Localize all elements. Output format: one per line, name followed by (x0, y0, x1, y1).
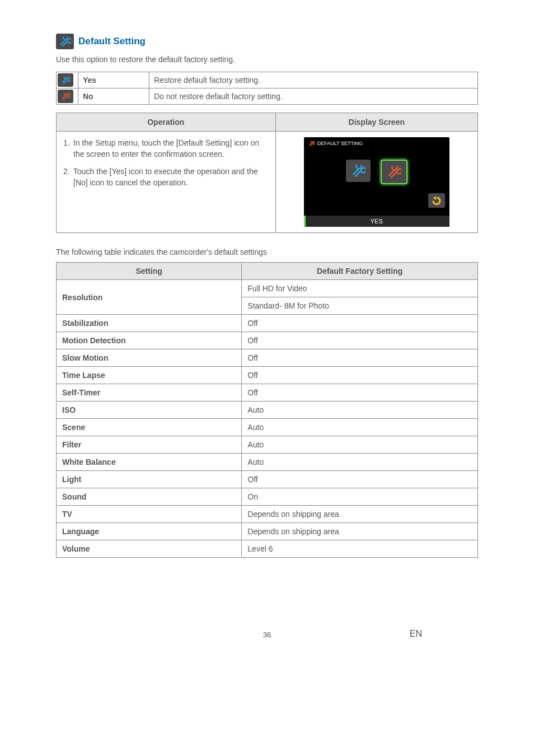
value-cell: Level 6 (242, 540, 478, 558)
no-option-icon[interactable] (381, 160, 407, 184)
value-cell: On (242, 488, 478, 506)
setting-cell: Language (57, 523, 242, 540)
display-header: Display Screen (275, 113, 477, 132)
section-heading: Default Setting (56, 34, 478, 49)
setting-cell: ISO (57, 402, 242, 419)
wrench-icon (58, 73, 73, 87)
setting-cell: Slow Motion (57, 349, 242, 367)
default-header: Default Factory Setting (242, 263, 478, 280)
operation-display-table: Operation Display Screen 1.In the Setup … (56, 113, 478, 233)
value-cell: Off (242, 384, 478, 402)
wrench-icon (58, 90, 73, 103)
setting-cell: Volume (57, 540, 242, 558)
value-cell: Depends on shipping area (242, 523, 478, 540)
table-row: Time LapseOff (57, 367, 478, 384)
setting-cell: Filter (57, 436, 242, 454)
yes-desc: Restore default factory setting. (149, 72, 478, 88)
value-cell: Off (242, 471, 478, 488)
setting-cell: White Balance (57, 454, 242, 471)
table-row: LanguageDepends on shipping area (57, 523, 478, 540)
value-cell: Auto (242, 402, 478, 419)
lang-label: EN (410, 629, 422, 639)
table-row: ResolutionFull HD for Video (57, 280, 478, 297)
wrench-icon (308, 141, 315, 146)
value-cell: Standard- 8M for Photo (242, 297, 478, 315)
value-cell: Full HD for Video (242, 280, 478, 297)
defaults-intro: The following table indicates the camcor… (56, 248, 478, 256)
yes-no-table: Yes Restore default factory setting. No … (56, 72, 478, 105)
table-row: FilterAuto (57, 436, 478, 454)
setting-cell: Scene (57, 419, 242, 436)
wrench-icon (56, 34, 74, 49)
table-row: LightOff (57, 471, 478, 488)
value-cell: Off (242, 349, 478, 367)
intro-text: Use this option to restore the default f… (56, 55, 478, 64)
page-footer: 36 EN (56, 631, 478, 639)
operation-header: Operation (57, 113, 276, 132)
table-row: TVDepends on shipping area (57, 506, 478, 523)
mock-title-row: DEFAULT SETTING (308, 141, 363, 146)
setting-header: Setting (57, 263, 242, 280)
defaults-table: Setting Default Factory Setting Resoluti… (56, 262, 478, 558)
display-mock: DEFAULT SETTING YES (304, 137, 449, 227)
mock-icons-row (346, 160, 407, 184)
value-cell: Auto (242, 454, 478, 471)
value-cell: Depends on shipping area (242, 506, 478, 523)
yes-option-icon[interactable] (346, 160, 371, 182)
table-row: Slow MotionOff (57, 349, 478, 367)
step-text: Touch the [Yes] icon to execute the oper… (73, 166, 269, 189)
mock-title: DEFAULT SETTING (317, 141, 363, 146)
table-row: SceneAuto (57, 419, 478, 436)
no-icon-cell (57, 88, 78, 105)
table-row: SoundOn (57, 488, 478, 506)
table-row: No Do not restore default factory settin… (57, 88, 478, 105)
no-label: No (78, 88, 149, 105)
value-cell: Auto (242, 419, 478, 436)
section-title: Default Setting (78, 36, 146, 47)
setting-cell: Sound (57, 488, 242, 506)
yes-icon-cell (57, 72, 78, 88)
table-row: White BalanceAuto (57, 454, 478, 471)
setting-cell: Resolution (57, 280, 242, 315)
setting-cell: TV (57, 506, 242, 523)
operation-cell: 1.In the Setup menu, touch the [Default … (57, 132, 276, 233)
table-row: StabilizationOff (57, 315, 478, 332)
setting-cell: Stabilization (57, 315, 242, 332)
value-cell: Off (242, 367, 478, 384)
no-desc: Do not restore default factory setting. (149, 88, 478, 105)
table-row: Self-TimerOff (57, 384, 478, 402)
mock-yes-bar[interactable]: YES (304, 216, 449, 227)
value-cell: Off (242, 315, 478, 332)
setting-cell: Light (57, 471, 242, 488)
setting-cell: Time Lapse (57, 367, 242, 384)
table-row: VolumeLevel 6 (57, 540, 478, 558)
value-cell: Auto (242, 436, 478, 454)
table-row: Motion DetectionOff (57, 332, 478, 349)
step-text: In the Setup menu, touch the [Default Se… (73, 137, 269, 160)
list-item: 2.Touch the [Yes] icon to execute the op… (63, 166, 269, 189)
list-item: 1.In the Setup menu, touch the [Default … (63, 137, 269, 160)
undo-icon[interactable] (428, 193, 445, 208)
table-row: Yes Restore default factory setting. (57, 72, 478, 88)
setting-cell: Self-Timer (57, 384, 242, 402)
display-cell: DEFAULT SETTING YES (275, 132, 477, 233)
setting-cell: Motion Detection (57, 332, 242, 349)
value-cell: Off (242, 332, 478, 349)
table-row: ISOAuto (57, 402, 478, 419)
yes-label: Yes (78, 72, 149, 88)
